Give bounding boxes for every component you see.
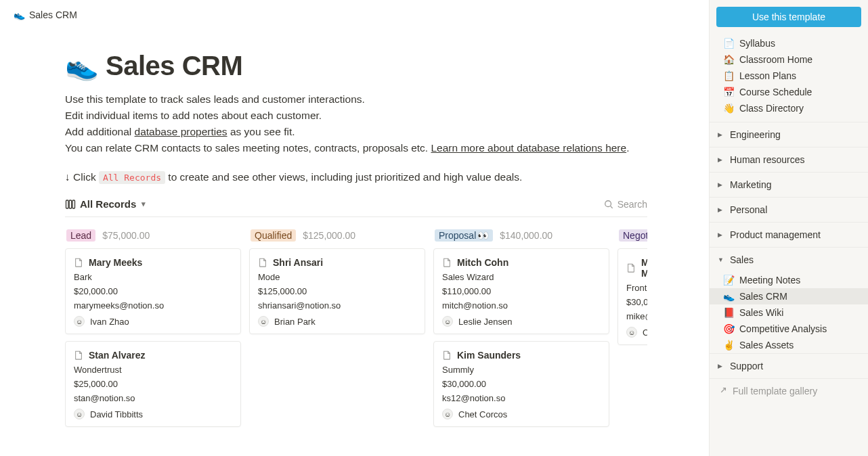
card-name: Shri Ansari: [273, 257, 323, 268]
svg-rect-0: [66, 200, 69, 208]
card[interactable]: Mitch Cohn Sales Wizard $110,000.00 mitc…: [433, 248, 609, 334]
external-link-icon: [718, 386, 727, 396]
desc-text: Add additional: [65, 126, 135, 137]
sidebar-item-sales-assets[interactable]: ✌️Sales Assets: [710, 337, 868, 353]
sidebar-group-support[interactable]: ▶Support: [710, 353, 868, 378]
board-column-negotiation: Negotiation $30, Mike Mendez Frontier Te…: [617, 229, 647, 434]
sidebar-group-sales[interactable]: ▼Sales: [710, 247, 868, 272]
sidebar-group-product-management[interactable]: ▶Product management: [710, 222, 868, 247]
sidebar-item-label: Classroom Home: [739, 54, 812, 65]
sidebar-item-label: Course Schedule: [739, 87, 812, 97]
page-description: Use this template to track sales leads a…: [65, 91, 647, 156]
card-email: ks12@notion.so: [442, 393, 601, 403]
card-email: stan@notion.so: [74, 393, 232, 403]
view-selector[interactable]: All Records ▾: [65, 198, 146, 210]
card-owner: David Tibbitts: [90, 409, 143, 419]
card-owner: Leslie Jensen: [458, 317, 513, 327]
card-email: mike@notion.so: [626, 311, 647, 321]
sidebar-item-class-directory[interactable]: 👋Class Directory: [710, 100, 868, 116]
card[interactable]: Kim Saunders Summly $30,000.00 ks12@noti…: [433, 341, 609, 427]
svg-point-3: [605, 200, 611, 206]
card-owner: Chet Corcos: [458, 409, 507, 419]
avatar: ☺: [74, 316, 85, 327]
sidebar-item-competitive-analysis[interactable]: 🎯Competitive Analysis: [710, 321, 868, 337]
page-icon: [442, 258, 452, 267]
column-amount: $75,000.00: [102, 230, 150, 241]
pencil-icon: 📝: [723, 275, 734, 286]
card-company: Mode: [258, 272, 416, 282]
search-button[interactable]: Search: [604, 199, 647, 210]
card-name: Mitch Cohn: [457, 257, 508, 268]
page-icon: [626, 263, 636, 273]
sidebar-item-sales-crm[interactable]: 👟Sales CRM: [710, 288, 868, 304]
sidebar-group-label: Human resources: [730, 154, 805, 165]
card-email: mitch@notion.so: [442, 300, 601, 311]
column-tag: Qualified: [251, 229, 296, 242]
sidebar-item-course-schedule[interactable]: 📅Course Schedule: [710, 84, 868, 100]
sidebar-item-sales-wiki[interactable]: 📕Sales Wiki: [710, 304, 868, 321]
search-label: Search: [617, 199, 647, 210]
card-owner: Ivan Zhao: [90, 317, 129, 327]
sidebar-group-label: Product management: [730, 229, 821, 240]
breadcrumb[interactable]: 👟 Sales CRM: [0, 0, 709, 26]
sidebar-group-label: Marketing: [730, 179, 771, 190]
sidebar-item-meeting-notes[interactable]: 📝Meeting Notes: [710, 272, 868, 288]
chevron-right-icon: ▶: [718, 181, 724, 188]
sidebar-group-label: Engineering: [730, 129, 781, 140]
search-icon: [604, 200, 613, 209]
desc-line: Edit individual items to add notes about…: [65, 108, 647, 124]
card[interactable]: Shri Ansari Mode $125,000.00 shriansari@…: [249, 248, 425, 334]
shoe-icon: 👟: [723, 291, 734, 302]
sidebar-group-human-resources[interactable]: ▶Human resources: [710, 147, 868, 172]
sidebar-item-label: Lesson Plans: [739, 70, 796, 81]
card-company: Sales Wizard: [442, 272, 601, 282]
board-column-lead: Lead $75,000.00 Mary Meeks Bark $20,000.…: [65, 229, 241, 434]
sidebar-item-label: Meeting Notes: [739, 275, 800, 286]
card-value: $30,000.00: [626, 297, 647, 307]
sidebar-item-label: Sales Wiki: [739, 307, 783, 318]
card-name: Stan Alvarez: [89, 350, 146, 361]
sidebar-item-label: Class Directory: [739, 103, 804, 114]
full-template-gallery-link[interactable]: Full template gallery: [710, 378, 868, 403]
board-column-qualified: Qualified $125,000.00 Shri Ansari Mode $…: [249, 229, 425, 434]
svg-rect-2: [72, 200, 75, 208]
avatar: ☺: [442, 316, 453, 327]
footer-label: Full template gallery: [733, 386, 817, 396]
hint-code: All Records: [99, 171, 165, 184]
sidebar-item-lesson-plans[interactable]: 📋Lesson Plans: [710, 68, 868, 84]
sidebar-group-engineering[interactable]: ▶Engineering: [710, 122, 868, 147]
chevron-right-icon: ▶: [718, 206, 724, 213]
page-emoji: 👟: [65, 50, 99, 82]
chevron-right-icon: ▶: [718, 131, 724, 138]
sidebar-item-syllabus[interactable]: 📄Syllabus: [710, 35, 868, 51]
desc-text: .: [626, 142, 629, 154]
database-properties-link[interactable]: database properties: [135, 126, 227, 137]
card[interactable]: Mike Mendez Frontier Tech $30,000.00 mik…: [617, 248, 647, 345]
chevron-right-icon: ▶: [718, 363, 724, 369]
breadcrumb-emoji: 👟: [14, 9, 25, 20]
database-relations-link[interactable]: Learn more about database relations here: [431, 142, 626, 154]
avatar: ☺: [258, 316, 269, 327]
card-company: Frontier Tech: [626, 283, 647, 293]
card-name: Kim Saunders: [457, 350, 521, 361]
sidebar-item-classroom-home[interactable]: 🏠Classroom Home: [710, 51, 868, 68]
sidebar: Use this template 📄Syllabus 🏠Classroom H…: [709, 0, 868, 456]
use-template-button[interactable]: Use this template: [716, 7, 861, 27]
card-value: $20,000.00: [74, 286, 232, 296]
card-company: Summly: [442, 365, 601, 375]
desc-text: as you see fit.: [227, 126, 295, 137]
page-icon: [442, 350, 452, 360]
sidebar-group-personal[interactable]: ▶Personal: [710, 197, 868, 222]
sidebar-item-label: Syllabus: [739, 38, 775, 49]
sidebar-group-marketing[interactable]: ▶Marketing: [710, 172, 868, 197]
page-icon: 📄: [723, 38, 734, 49]
card-value: $25,000.00: [74, 379, 232, 389]
svg-rect-1: [69, 200, 72, 208]
column-tag: Proposal👀: [435, 229, 493, 242]
desc-line: Add additional database properties as yo…: [65, 124, 647, 140]
card[interactable]: Mary Meeks Bark $20,000.00 marymeeks@not…: [65, 248, 241, 334]
avatar: ☺: [74, 409, 85, 419]
wave-icon: 👋: [723, 103, 734, 114]
card[interactable]: Stan Alvarez Wondertrust $25,000.00 stan…: [65, 341, 241, 427]
card-name: Mary Meeks: [89, 257, 142, 268]
